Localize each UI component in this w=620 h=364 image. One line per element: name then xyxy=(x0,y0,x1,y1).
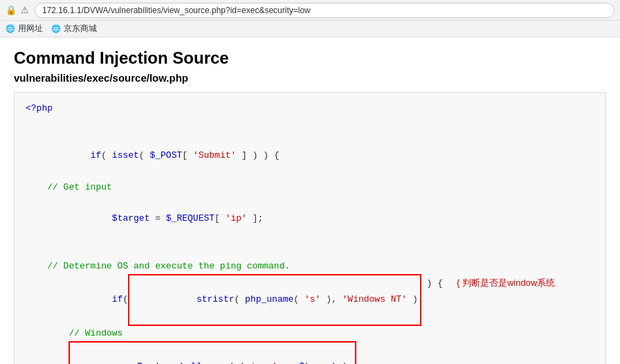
code-row-blank0 xyxy=(26,117,594,133)
code-row-line2: $target = $_REQUEST[ 'ip' ]; xyxy=(26,196,594,243)
page-title: Command Injection Source xyxy=(14,48,606,68)
url-text: 172.16.1.1/DVWA/vulnerabilities/view_sou… xyxy=(42,6,311,15)
nav-icons: 🔒 ⚠ xyxy=(6,5,29,15)
bookmark-jd-label: 京东商城 xyxy=(64,23,97,35)
bookmark-url-icon: 🌐 xyxy=(6,24,15,33)
code-row-comment2: // Determine OS and execute the ping com… xyxy=(26,259,594,275)
code-line3-pre: if( xyxy=(26,276,128,323)
browser-bar: 🔒 ⚠ 172.16.1.1/DVWA/vulnerabilities/view… xyxy=(0,0,620,21)
code-row-line4: $cmd = shell_exec( 'ping ' . $target ); xyxy=(26,341,594,364)
code-block: <?php if( isset( $_POST[ 'Submit' ] ) ) … xyxy=(14,92,606,364)
alert-icon: ⚠ xyxy=(21,5,29,15)
code-section: <?php if( isset( $_POST[ 'Submit' ] ) ) … xyxy=(26,101,594,364)
code-row-line1: if( isset( $_POST[ 'Submit' ] ) ) { xyxy=(26,133,594,180)
code-highlight-box1: stristr( php_uname( 's' ), 'Windows NT' … xyxy=(128,274,421,325)
code-comment2: // Determine OS and execute the ping com… xyxy=(26,259,290,275)
code-line2: $target = $_REQUEST[ 'ip' ]; xyxy=(26,196,263,243)
code-row-comment1: // Get input xyxy=(26,180,594,196)
code-row-blank1 xyxy=(26,243,594,259)
bookmark-jd-icon: 🌐 xyxy=(51,24,61,33)
bookmarks-bar: 🌐 用网址 🌐 京东商城 xyxy=(0,21,620,37)
code-line3-post: ) { xyxy=(421,276,443,292)
code-line4-indent xyxy=(26,343,69,359)
php-open-tag: <?php xyxy=(26,101,53,117)
bookmark-url-label: 用网址 xyxy=(18,23,43,35)
url-bar[interactable]: 172.16.1.1/DVWA/vulnerabilities/view_sou… xyxy=(35,3,614,18)
code-highlight-box2: $cmd = shell_exec( 'ping ' . $target ); xyxy=(69,341,356,364)
page-content: Command Injection Source vulnerabilities… xyxy=(0,37,620,364)
annotation-windows: { 判断是否是window系统 xyxy=(457,275,555,291)
code-comment3: // Windows xyxy=(26,326,122,342)
code-row-php-open: <?php xyxy=(26,101,594,117)
lock-icon: 🔒 xyxy=(6,5,17,15)
bookmark-jd[interactable]: 🌐 京东商城 xyxy=(51,23,97,35)
page-subtitle: vulnerabilities/exec/source/low.php xyxy=(14,72,606,84)
code-line1: if( isset( $_POST[ 'Submit' ] ) ) { xyxy=(26,133,280,180)
code-row-line3: if( stristr( php_uname( 's' ), 'Windows … xyxy=(26,274,594,325)
code-row-comment3: // Windows xyxy=(26,326,594,342)
bookmark-url[interactable]: 🌐 用网址 xyxy=(6,23,43,35)
code-comment1: // Get input xyxy=(26,180,112,196)
